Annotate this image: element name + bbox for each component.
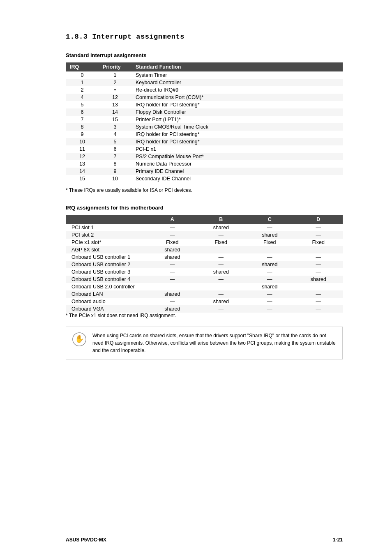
- table-cell: —: [294, 224, 343, 231]
- table-cell: IRQ holder for PCI steering*: [131, 101, 343, 108]
- irq-footnote: * These IRQs are usually available for I…: [66, 187, 343, 193]
- table-cell: —: [245, 276, 294, 283]
- table-row: 513IRQ holder for PCI steering*: [66, 101, 343, 108]
- table-row: Onboard USB controller 4———shared: [66, 276, 343, 283]
- table-cell: 3: [99, 123, 131, 131]
- table-cell: —: [197, 283, 246, 290]
- table-cell: 14: [66, 168, 99, 175]
- table-row: AGP 8X slotshared———: [66, 246, 343, 253]
- table-cell: Onboard USB 2.0 controller: [66, 283, 148, 290]
- irq-col-header: IRQ: [66, 62, 99, 71]
- table-cell: PCI slot 1: [66, 224, 148, 231]
- footer-right: 1-21: [333, 537, 343, 543]
- table-cell: 5: [99, 138, 131, 145]
- table-cell: 2: [99, 79, 131, 86]
- table-cell: —: [148, 283, 197, 290]
- table-cell: PS/2 Compatible Mouse Port*: [131, 153, 343, 160]
- table-cell: —: [294, 298, 343, 305]
- table-cell: System CMOS/Real Time Clock: [131, 123, 343, 131]
- section-heading: 1.8.3 Interrupt assignments: [66, 33, 343, 41]
- table-row: 138Numeric Data Processor: [66, 160, 343, 168]
- table-cell: 14: [99, 108, 131, 116]
- table-cell: 6: [99, 145, 131, 153]
- irq-assign-header-row: A B C D: [66, 215, 343, 224]
- table-cell: —: [197, 231, 246, 239]
- table-cell: —: [294, 253, 343, 261]
- table-cell: shared: [294, 276, 343, 283]
- table-cell: —: [148, 276, 197, 283]
- table-row: 149Primary IDE Channel: [66, 168, 343, 175]
- table-cell: —: [294, 246, 343, 253]
- table-row: Onboard USB controller 3—shared——: [66, 268, 343, 276]
- a-col-header: A: [148, 215, 197, 224]
- table-cell: Onboard USB controller 3: [66, 268, 148, 276]
- table-row: Onboard audio—shared——: [66, 298, 343, 305]
- table-cell: 8: [99, 160, 131, 168]
- irq-assign-title: IRQ assignments for this motherboard: [66, 205, 343, 211]
- table-cell: 5: [66, 101, 99, 108]
- table-row: Onboard VGAshared———: [66, 305, 343, 313]
- table-cell: 9: [66, 131, 99, 138]
- table-cell: System Timer: [131, 71, 343, 79]
- table-cell: 4: [66, 94, 99, 101]
- table-cell: 6: [66, 108, 99, 116]
- table-cell: Onboard USB controller 2: [66, 261, 148, 268]
- table-cell: shared: [245, 283, 294, 290]
- table-row: 1510Secondary IDE Channel: [66, 175, 343, 182]
- table-cell: PCI slot 2: [66, 231, 148, 239]
- table-cell: shared: [148, 290, 197, 298]
- b-col-header: B: [197, 215, 246, 224]
- irq-table-body: 01System Timer12Keyboard Controller2•Re-…: [66, 71, 343, 182]
- table-cell: Floppy Disk Controller: [131, 108, 343, 116]
- table-cell: shared: [197, 298, 246, 305]
- table-cell: Onboard LAN: [66, 290, 148, 298]
- d-col-header: D: [294, 215, 343, 224]
- table-cell: —: [245, 268, 294, 276]
- table-cell: —: [148, 231, 197, 239]
- table-row: PCIe x1 slot*FixedFixedFixedFixed: [66, 239, 343, 246]
- section-title: 1.8.3 Interrupt assignments: [66, 33, 343, 41]
- table-cell: shared: [148, 305, 197, 313]
- note-text: When using PCI cards on shared slots, en…: [92, 332, 337, 354]
- page-content: 1.8.3 Interrupt assignments Standard int…: [0, 0, 392, 391]
- table-cell: —: [148, 268, 197, 276]
- table-cell: 1: [99, 71, 131, 79]
- table-cell: 2: [66, 86, 99, 94]
- table-row: 127PS/2 Compatible Mouse Port*: [66, 153, 343, 160]
- table-cell: —: [294, 290, 343, 298]
- table-cell: shared: [148, 246, 197, 253]
- table-cell: 7: [66, 116, 99, 123]
- table-cell: 11: [66, 145, 99, 153]
- table-row: 614Floppy Disk Controller: [66, 108, 343, 116]
- table-row: PCI slot 1—shared——: [66, 224, 343, 231]
- table-cell: —: [197, 246, 246, 253]
- table-row: 01System Timer: [66, 71, 343, 79]
- irq-assign-table-body: PCI slot 1—shared——PCI slot 2——shared—PC…: [66, 224, 343, 313]
- table-cell: 9: [99, 168, 131, 175]
- table-cell: IRQ holder for PCI steering*: [131, 138, 343, 145]
- table-cell: Communications Port (COM)*: [131, 94, 343, 101]
- table-cell: —: [197, 290, 246, 298]
- table-cell: Onboard USB controller 1: [66, 253, 148, 261]
- table-cell: Secondary IDE Channel: [131, 175, 343, 182]
- table-cell: Onboard audio: [66, 298, 148, 305]
- table-cell: —: [294, 261, 343, 268]
- table-cell: —: [294, 283, 343, 290]
- table-cell: 1: [66, 79, 99, 86]
- table-cell: shared: [148, 253, 197, 261]
- table-row: PCI slot 2——shared—: [66, 231, 343, 239]
- table-row: Onboard USB 2.0 controller——shared—: [66, 283, 343, 290]
- table-cell: Fixed: [148, 239, 197, 246]
- table-cell: 13: [66, 160, 99, 168]
- table-cell: Numeric Data Processor: [131, 160, 343, 168]
- table-cell: PCIe x1 slot*: [66, 239, 148, 246]
- irq-table-header-row: IRQ Priority Standard Function: [66, 62, 343, 71]
- table-cell: AGP 8X slot: [66, 246, 148, 253]
- table-cell: Re-direct to IRQ#9: [131, 86, 343, 94]
- note-icon: ✋: [72, 332, 87, 347]
- table-row: Onboard LANshared———: [66, 290, 343, 298]
- table-cell: 13: [99, 101, 131, 108]
- table-cell: 7: [99, 153, 131, 160]
- footer-left: ASUS P5VDC-MX: [66, 537, 106, 543]
- table-cell: Printer Port (LPT1)*: [131, 116, 343, 123]
